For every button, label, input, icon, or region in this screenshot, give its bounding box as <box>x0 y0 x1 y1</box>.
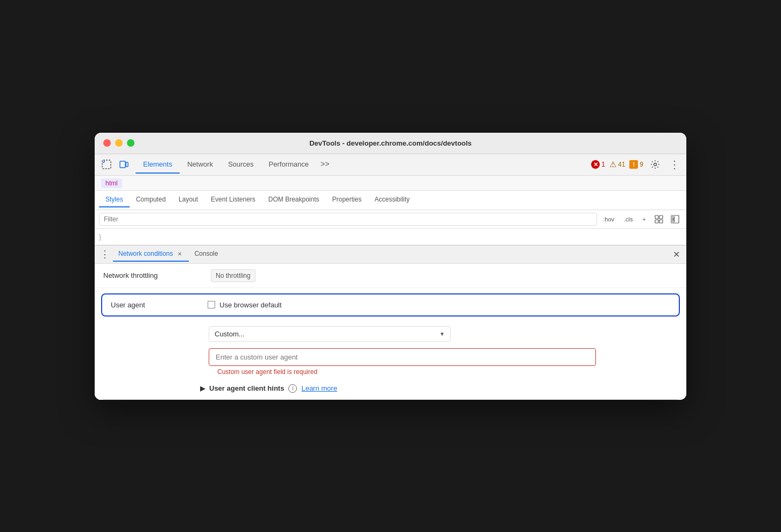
filter-input[interactable] <box>99 213 597 226</box>
custom-select-value: Custom... <box>215 330 245 338</box>
error-badge[interactable]: ✕ 1 <box>591 160 605 169</box>
devtools-body: Elements Network Sources Performance >> … <box>95 154 686 400</box>
custom-input-row: Custom user agent field is required <box>95 346 686 378</box>
device-toggle-icon[interactable] <box>116 157 131 172</box>
custom-input-error-message: Custom user agent field is required <box>209 368 678 376</box>
sub-tab-properties[interactable]: Properties <box>326 192 368 207</box>
throttling-row: Network throttling No throttling <box>95 264 686 288</box>
more-icon: ⋮ <box>669 158 680 171</box>
top-toolbar: Elements Network Sources Performance >> … <box>95 154 686 176</box>
svg-rect-1 <box>120 161 125 168</box>
warning-badge[interactable]: ⚠ 41 <box>609 160 625 169</box>
svg-rect-5 <box>659 215 663 219</box>
warning-count: 41 <box>618 161 625 168</box>
more-options-button[interactable]: ⋮ <box>667 157 682 172</box>
info-count: 9 <box>640 161 643 168</box>
svg-rect-7 <box>659 220 663 223</box>
throttling-label: Network throttling <box>103 271 211 279</box>
learn-more-link[interactable]: Learn more <box>301 384 337 392</box>
info-letter: i <box>292 385 293 391</box>
hov-button[interactable]: :hov <box>599 214 618 225</box>
sub-tab-event-listeners[interactable]: Event Listeners <box>204 192 262 207</box>
user-agent-row: User agent Use browser default <box>102 294 679 315</box>
chevron-down-icon: ▼ <box>439 331 445 337</box>
minimize-button[interactable] <box>115 139 123 147</box>
breadcrumb-html[interactable]: html <box>101 178 122 188</box>
close-button[interactable] <box>103 139 111 147</box>
sub-tab-accessibility[interactable]: Accessibility <box>368 192 416 207</box>
main-tab-nav: Elements Network Sources Performance >> <box>136 156 589 174</box>
sub-tab-computed[interactable]: Computed <box>130 192 172 207</box>
drawer-tab-label: Network conditions <box>118 250 173 257</box>
user-agent-label: User agent <box>111 301 208 309</box>
devtools-window: DevTools - developer.chrome.com/docs/dev… <box>95 133 686 400</box>
throttling-value[interactable]: No throttling <box>211 269 255 282</box>
sub-tab-dom-breakpoints[interactable]: DOM Breakpoints <box>262 192 326 207</box>
client-hints-row: ▶ User agent client hints i Learn more <box>191 378 686 399</box>
drawer: ⋮ Network conditions ✕ Console ✕ Network… <box>95 245 686 400</box>
client-hints-info-icon[interactable]: i <box>288 384 297 393</box>
window-title: DevTools - developer.chrome.com/docs/dev… <box>309 139 472 147</box>
svg-point-3 <box>654 163 657 166</box>
custom-dropdown-row: Custom... ▼ <box>95 322 686 346</box>
title-bar: DevTools - developer.chrome.com/docs/dev… <box>95 133 686 154</box>
use-browser-default-label: Use browser default <box>219 301 282 309</box>
drawer-tab-close-button[interactable]: ✕ <box>176 250 183 257</box>
tab-sources[interactable]: Sources <box>221 156 261 174</box>
bottom-separator <box>103 399 678 400</box>
sub-tab-styles[interactable]: Styles <box>99 192 130 207</box>
sub-tab-bar: Styles Computed Layout Event Listeners D… <box>95 191 686 210</box>
error-count: 1 <box>601 161 605 168</box>
collapse-icon[interactable] <box>668 212 682 226</box>
use-browser-default-checkbox[interactable] <box>208 301 215 308</box>
tab-elements[interactable]: Elements <box>136 156 180 174</box>
layout-icon[interactable] <box>652 212 666 226</box>
svg-rect-4 <box>655 215 658 219</box>
custom-select-dropdown[interactable]: Custom... ▼ <box>209 326 451 342</box>
window-controls <box>103 139 134 147</box>
more-tabs-button[interactable]: >> <box>316 157 333 171</box>
svg-rect-6 <box>655 220 658 223</box>
network-conditions-content: Network throttling No throttling User ag… <box>95 264 686 400</box>
svg-rect-2 <box>126 162 128 167</box>
drawer-tab-console[interactable]: Console <box>189 247 223 262</box>
use-browser-default-group: Use browser default <box>208 301 282 309</box>
client-hints-toggle[interactable]: ▶ <box>200 385 205 392</box>
error-icon: ✕ <box>591 160 600 169</box>
tab-performance[interactable]: Performance <box>261 156 316 174</box>
styles-content-area: } <box>95 229 686 245</box>
drawer-menu-button[interactable]: ⋮ <box>97 247 113 261</box>
drawer-tab-network-conditions[interactable]: Network conditions ✕ <box>113 247 189 262</box>
settings-button[interactable] <box>648 157 663 172</box>
drawer-close-button[interactable]: ✕ <box>669 247 684 262</box>
user-agent-section: User agent Use browser default <box>101 293 680 317</box>
client-hints-label: User agent client hints <box>209 384 284 392</box>
styles-text: } <box>99 233 101 241</box>
sub-tab-layout[interactable]: Layout <box>172 192 204 207</box>
drawer-tab-bar: ⋮ Network conditions ✕ Console ✕ <box>95 246 686 264</box>
info-icon: ! <box>629 160 638 169</box>
tab-network[interactable]: Network <box>180 156 221 174</box>
warning-icon: ⚠ <box>609 160 616 169</box>
custom-user-agent-input[interactable] <box>209 348 596 366</box>
filter-bar: :hov .cls + <box>95 210 686 229</box>
add-style-button[interactable]: + <box>639 214 650 225</box>
cls-button[interactable]: .cls <box>620 214 637 225</box>
maximize-button[interactable] <box>127 139 134 147</box>
svg-rect-0 <box>102 160 111 169</box>
inspect-icon[interactable] <box>99 157 114 172</box>
breadcrumb-bar: html <box>95 176 686 191</box>
toolbar-right: ✕ 1 ⚠ 41 ! 9 ⋮ <box>591 157 682 172</box>
info-badge[interactable]: ! 9 <box>629 160 643 169</box>
